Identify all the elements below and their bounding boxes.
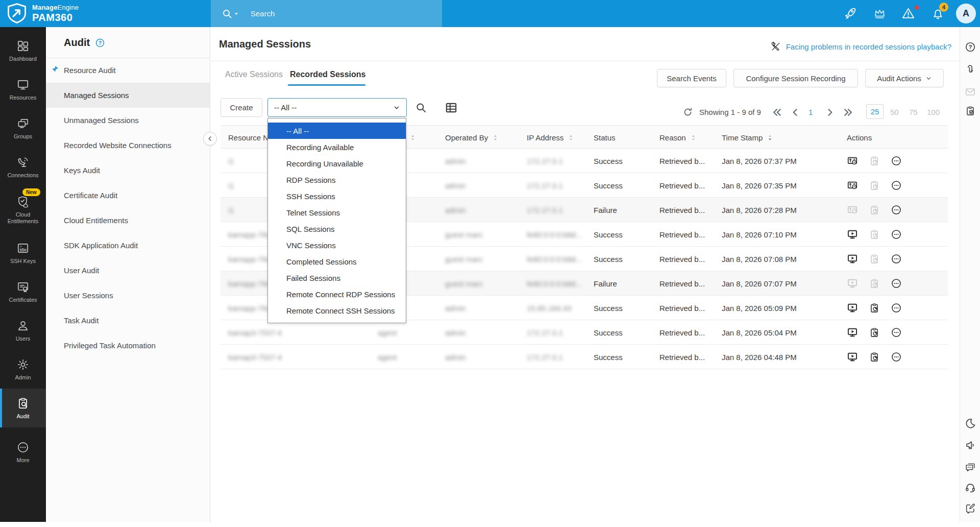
play-recording-icon[interactable] (847, 155, 858, 166)
dropdown-option-ssh-sessions[interactable]: SSH Sessions (268, 188, 406, 204)
dropdown-option-remote-connect-rdp[interactable]: Remote Connect RDP Sessions (268, 286, 406, 302)
session-audit-icon[interactable] (869, 229, 880, 240)
more-actions-icon[interactable] (891, 253, 902, 265)
next-page-button[interactable] (825, 107, 835, 117)
page-size-100[interactable]: 100 (927, 108, 940, 116)
sidebar-item-certificates[interactable]: Certificates (0, 272, 46, 311)
audit-actions-button[interactable]: Audit Actions (865, 69, 944, 87)
playback-help-link[interactable]: Facing problems in recorded sessions pla… (770, 41, 951, 52)
configure-session-recording-button[interactable]: Configure Session Recording (733, 69, 858, 87)
sidebar-item-users[interactable]: Users (0, 311, 46, 350)
alerts-warning-icon[interactable] (901, 7, 915, 20)
session-audit-icon[interactable] (869, 180, 880, 191)
sidebar-item-groups[interactable]: Groups (0, 109, 46, 148)
page-size-75[interactable]: 75 (909, 108, 918, 116)
submenu-item-certificate-audit[interactable]: Certificate Audit (46, 183, 210, 208)
user-avatar[interactable]: A (956, 4, 976, 23)
col-operated-by[interactable]: Operated By (445, 126, 499, 149)
submenu-item-privileged-task-automation[interactable]: Privileged Task Automation (46, 333, 210, 358)
column-view-button[interactable] (445, 101, 458, 114)
dropdown-option-failed-sessions[interactable]: Failed Sessions (268, 270, 406, 286)
session-audit-icon[interactable] (869, 351, 880, 363)
play-recording-icon[interactable] (847, 180, 858, 191)
last-page-button[interactable] (843, 107, 853, 117)
more-actions-icon[interactable] (891, 229, 902, 240)
submenu-item-recorded-website-connections[interactable]: Recorded Website Connections (46, 133, 210, 158)
upgrade-crown-icon[interactable] (873, 7, 887, 20)
dropdown-option-telnet-sessions[interactable]: Telnet Sessions (268, 204, 406, 221)
session-audit-icon[interactable] (869, 278, 880, 289)
play-session-icon[interactable] (847, 229, 858, 240)
previous-page-button[interactable] (790, 107, 800, 117)
col-status[interactable]: Status (594, 126, 616, 149)
help-icon[interactable] (965, 41, 976, 53)
dropdown-option-remote-connect-ssh[interactable]: Remote Connect SSH Sessions (268, 302, 406, 319)
getting-started-rocket-icon[interactable] (843, 7, 857, 20)
submenu-item-user-audit[interactable]: User Audit (46, 258, 210, 283)
tab-recorded-sessions[interactable]: Recorded Sessions (290, 70, 366, 79)
submenu-item-keys-audit[interactable]: Keys Audit (46, 158, 210, 183)
play-session-icon[interactable] (847, 351, 858, 363)
refresh-icon[interactable] (682, 107, 693, 117)
more-actions-icon[interactable] (891, 204, 902, 215)
attachment-paperclip-icon[interactable] (965, 64, 976, 75)
search-icon[interactable] (221, 8, 239, 20)
play-session-icon[interactable] (847, 302, 858, 314)
session-audit-icon[interactable] (869, 253, 880, 265)
sidebar-item-connections[interactable]: Connections (0, 148, 46, 186)
sidebar-item-more[interactable]: More (0, 433, 46, 471)
more-actions-icon[interactable] (891, 180, 902, 191)
search-events-button[interactable]: Search Events (657, 69, 726, 87)
pam360-logo[interactable]: ManageEngine PAM360 (6, 3, 79, 24)
help-circle-icon[interactable] (95, 38, 105, 48)
more-actions-icon[interactable] (891, 351, 902, 363)
tasks-clipboard-check-icon[interactable] (965, 105, 976, 116)
col-time-stamp[interactable]: Time Stamp (722, 126, 774, 149)
submenu-item-unmanaged-sessions[interactable]: Unmanaged Sessions (46, 108, 210, 133)
play-session-icon[interactable] (847, 253, 858, 265)
more-actions-icon[interactable] (891, 278, 902, 289)
col-reason[interactable]: Reason (659, 126, 697, 149)
more-actions-icon[interactable] (891, 327, 902, 338)
announcements-megaphone-icon[interactable] (965, 440, 976, 451)
feedback-edit-icon[interactable] (965, 502, 976, 514)
play-session-icon[interactable] (847, 327, 858, 338)
submenu-item-cloud-entitlements[interactable]: Cloud Entitlements (46, 208, 210, 233)
dark-mode-moon-icon[interactable] (965, 418, 976, 429)
sidebar-item-ssh-keys[interactable]: SSH Keys (0, 233, 46, 272)
dropdown-option-completed-sessions[interactable]: Completed Sessions (268, 253, 406, 270)
dropdown-option-rdp-sessions[interactable]: RDP Sessions (268, 172, 406, 188)
submenu-item-task-audit[interactable]: Task Audit (46, 308, 210, 333)
page-size-50[interactable]: 50 (890, 108, 899, 116)
more-actions-icon[interactable] (891, 155, 902, 166)
sidebar-item-audit[interactable]: Audit (0, 389, 46, 427)
session-audit-icon[interactable] (869, 302, 880, 314)
col-ip-address[interactable]: IP Address (527, 126, 575, 149)
session-audit-icon[interactable] (869, 204, 880, 215)
tab-active-sessions[interactable]: Active Sessions (225, 70, 283, 79)
session-audit-icon[interactable] (869, 155, 880, 166)
session-audit-icon[interactable] (869, 327, 880, 338)
global-search[interactable]: Search (211, 0, 442, 27)
session-filter-select[interactable]: -- All -- (267, 98, 407, 117)
page-size-25[interactable]: 25 (866, 104, 884, 119)
dropdown-option-recording-available[interactable]: Recording Available (268, 139, 406, 155)
create-button[interactable]: Create (220, 98, 262, 117)
submenu-item-user-sessions[interactable]: User Sessions (46, 283, 210, 308)
current-page[interactable]: 1 (808, 108, 813, 116)
mail-icon[interactable] (965, 86, 976, 98)
sidebar-item-cloud-entitlements[interactable]: New Cloud Entitlements (0, 186, 46, 233)
submenu-item-sdk-application-audit[interactable]: SDK Application Audit (46, 233, 210, 258)
sidebar-item-admin[interactable]: Admin (0, 350, 46, 389)
play-recording-icon[interactable] (847, 204, 858, 215)
dropdown-option-recording-unavailable[interactable]: Recording Unavailable (268, 155, 406, 172)
table-search-button[interactable] (414, 101, 428, 114)
sidebar-item-resources[interactable]: Resources (0, 70, 46, 109)
play-session-icon[interactable] (847, 278, 858, 289)
chat-icon[interactable] (965, 462, 976, 473)
sidebar-item-dashboard[interactable]: Dashboard (0, 31, 46, 70)
support-headset-icon[interactable] (965, 482, 976, 493)
dropdown-option-sql-sessions[interactable]: SQL Sessions (268, 221, 406, 237)
dropdown-option-all[interactable]: -- All -- (268, 123, 406, 139)
collapse-sidebar-button[interactable] (203, 132, 217, 146)
